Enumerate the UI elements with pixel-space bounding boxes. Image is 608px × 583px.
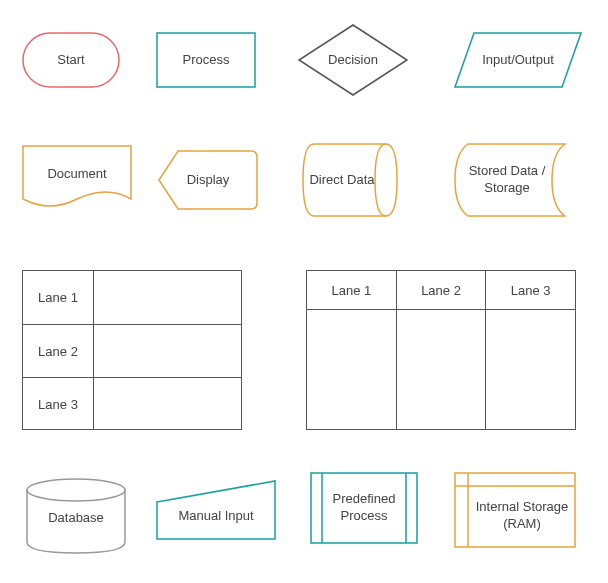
process-shape [156,32,256,88]
svg-marker-3 [455,33,581,87]
swimlane-v-lane-2: Lane 2 [397,271,487,309]
manual-input-shape [156,480,276,540]
database-shape [26,478,126,554]
direct-data-shape [302,143,398,217]
internal-storage-shape [454,472,576,548]
swimlane-h-lane-2: Lane 2 [23,325,94,377]
swimlane-v-lane-1: Lane 1 [307,271,397,309]
swimlane-v-lane-3: Lane 3 [486,271,575,309]
svg-point-4 [27,479,125,501]
svg-marker-2 [299,25,407,95]
stored-data-shape [454,143,566,217]
document-shape [22,145,132,215]
svg-rect-6 [311,473,417,543]
svg-rect-9 [455,473,575,547]
io-shape [454,32,582,88]
svg-marker-5 [157,481,275,539]
swimlane-h-lane-1: Lane 1 [23,271,94,324]
svg-rect-1 [157,33,255,87]
decision-shape [298,24,408,96]
start-shape [22,32,120,88]
swimlane-h-lane-3: Lane 3 [23,378,94,430]
display-shape [158,150,258,210]
predefined-process-shape [310,472,418,544]
swimlane-vertical: Lane 1 Lane 2 Lane 3 [306,270,576,430]
flowchart-shape-palette: Start Process Decision Input/Output Docu… [0,0,608,583]
swimlane-horizontal: Lane 1 Lane 2 Lane 3 [22,270,242,430]
svg-rect-0 [23,33,119,87]
